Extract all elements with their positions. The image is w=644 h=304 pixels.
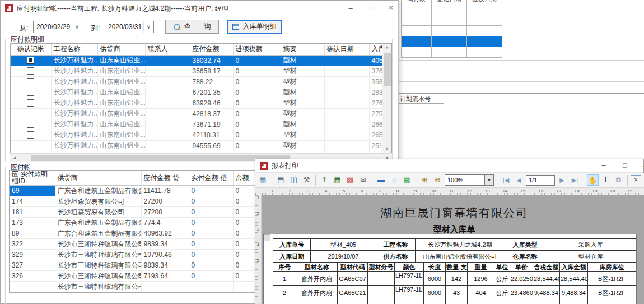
inbound-cell[interactable]: 266 (369, 119, 383, 130)
confirm-checkbox[interactable] (27, 142, 34, 149)
balance-cell[interactable]: 0 (233, 260, 256, 271)
project-cell[interactable]: 长沙万科魅力... (51, 55, 97, 66)
inbound-cell[interactable]: 283 (369, 87, 383, 98)
detail-id-cell[interactable]: 89 (10, 228, 55, 239)
from-date-combobox[interactable]: 2020/02/29 ∨ (33, 21, 82, 33)
inbound-cell[interactable]: 376 (369, 66, 383, 76)
credit-cell[interactable]: 27200 (141, 196, 189, 207)
supplier-cell[interactable]: 山东南山铝业... (97, 130, 145, 140)
column-header[interactable]: 摘要 (281, 44, 324, 55)
text-select-icon[interactable]: I (600, 174, 612, 186)
table-row[interactable]: 322 长沙市三湘特种玻璃有限公司 9839.34 0 0 (10, 239, 256, 250)
summary-cell[interactable]: 型材 (281, 108, 324, 119)
tax-cell[interactable]: 0 (233, 55, 281, 66)
supplier-cell[interactable]: 山东南山铝业... (97, 140, 145, 151)
to-date-combobox[interactable]: 2020/03/31 ∨ (105, 21, 154, 33)
summary-cell[interactable]: 型材 (281, 87, 324, 98)
supplier-cell[interactable]: 长沙市三湘特种玻璃有限公司 (55, 282, 141, 292)
column-header[interactable]: 确认日期 (324, 44, 369, 55)
next-page-icon[interactable]: ▶ (556, 174, 568, 186)
supplier-cell[interactable]: 长沙坦森贸易有限公司 (55, 207, 141, 218)
summary-cell[interactable]: 型材 (281, 55, 324, 66)
supplier-cell[interactable]: 山东南山铝业... (97, 98, 145, 108)
confirm-date-cell[interactable] (324, 66, 369, 76)
debit-cell[interactable] (189, 282, 233, 292)
table-row[interactable] (402, 4, 502, 15)
tools-icon[interactable]: ⚒ (301, 174, 312, 186)
supplier-cell[interactable]: 长沙市三湘特种玻璃有限公司 (55, 271, 141, 282)
table-row[interactable]: 长沙万科魅力... 山东南山铝业... 42818.37 0 型材 275 (11, 108, 383, 119)
table-row[interactable]: 长沙万科魅力... 山东南山铝业... 73671.19 0 型材 266 (11, 119, 383, 130)
table-row[interactable]: 173 广东合和建筑五金制品有限公司 774.4 0 0 (10, 218, 256, 228)
inbound-cell[interactable]: 276 (369, 98, 383, 108)
amount-cell[interactable]: 63929.46 (190, 98, 233, 108)
supplier-cell[interactable]: 山东南山铝业... (97, 55, 145, 66)
debit-cell[interactable]: 0 (189, 218, 233, 228)
page-setup-icon[interactable]: ◫ (288, 174, 300, 186)
table-row[interactable]: 长沙万科魅力... 山东南山铝业... 38032.74 0 型材 405 (11, 55, 383, 66)
debit-cell[interactable]: 0 (189, 239, 233, 250)
scroll-down-icon[interactable]: ∨ (382, 144, 391, 153)
project-cell[interactable]: 长沙万科魅力... (51, 76, 97, 87)
credit-cell[interactable]: 9839.34 (141, 260, 189, 271)
table-row-selected[interactable] (402, 36, 502, 47)
debit-cell[interactable]: 0 (189, 186, 233, 196)
debit-cell[interactable]: 0 (189, 196, 233, 207)
debit-cell[interactable]: 0 (189, 228, 233, 239)
tax-cell[interactable]: 0 (233, 140, 281, 151)
maximize-button[interactable]: □ (362, 1, 381, 16)
window1-titlebar[interactable]: 应付明细记帐------当前工程: 长沙万科魅力之城4.2期------当前用户… (1, 1, 398, 16)
summary-cell[interactable]: 型材 (281, 98, 324, 108)
confirm-date-cell[interactable] (324, 76, 369, 87)
supplier-cell[interactable]: 广东合和建筑五金制品有限公司 (55, 186, 141, 196)
table-row[interactable]: 326 长沙市三湘特种玻璃有限公司 7193.64 0 0 (10, 271, 256, 282)
credit-cell[interactable]: 40963.92 (141, 228, 189, 239)
scroll-up-icon[interactable]: ∧ (382, 44, 391, 52)
scrollbar-thumb[interactable] (384, 53, 391, 86)
window2-titlebar[interactable]: 报表打印 – □ × (255, 159, 643, 173)
table-row[interactable]: 89 广东合和建筑五金制品有限公司 40963.92 0 0 (10, 228, 256, 239)
amount-cell[interactable]: 788.22 (190, 76, 233, 87)
column-header[interactable]: 联系人 (145, 44, 190, 55)
column-header[interactable]: 入库 (369, 44, 383, 55)
close-preview-icon[interactable]: × (631, 175, 641, 185)
table-row[interactable]: 174 长沙坦森贸易有限公司 27200 0 0 (10, 196, 256, 207)
amount-cell[interactable]: 94555.69 (190, 140, 233, 151)
confirm-date-cell[interactable] (324, 130, 369, 140)
project-cell[interactable]: 长沙万科魅力... (51, 140, 97, 151)
contact-cell[interactable] (145, 140, 190, 151)
supplier-cell[interactable]: 广东合和建筑五金制品有限公司 (55, 218, 141, 228)
vertical-scrollbar[interactable]: ∧ ∨ (382, 44, 391, 153)
zoom-in-icon[interactable]: ⊕ (419, 174, 431, 186)
column-header[interactable]: 供货商 (55, 171, 141, 186)
supplier-cell[interactable]: 长沙坦森贸易有限公司 (55, 196, 141, 207)
confirm-checkbox[interactable] (27, 67, 34, 75)
project-cell[interactable]: 长沙万科魅力... (51, 98, 97, 108)
chevron-down-icon[interactable]: ∨ (143, 21, 153, 33)
contact-cell[interactable] (145, 87, 190, 98)
project-cell[interactable]: 长沙万科魅力... (51, 119, 97, 130)
table-row[interactable]: 长沙万科魅力... 山东南山铝业... 42118.31 0 型材 265 (11, 130, 383, 140)
detail-id-cell[interactable]: 329 (10, 250, 55, 260)
zoom-level-combobox[interactable]: 100% ▾ (445, 174, 494, 186)
first-page-icon[interactable]: |◀ (500, 174, 512, 186)
tax-cell[interactable]: 0 (233, 87, 281, 98)
credit-cell[interactable]: 27200 (141, 207, 189, 218)
confirm-checkbox[interactable] (27, 57, 34, 64)
page-number-input[interactable]: 1/1 (526, 175, 555, 186)
summary-cell[interactable]: 型材 (281, 66, 324, 76)
detail-id-cell[interactable]: 69 (10, 186, 55, 196)
amount-cell[interactable]: 38032.74 (190, 55, 233, 66)
contact-cell[interactable] (145, 66, 190, 76)
inbound-cell[interactable]: 275 (369, 108, 383, 119)
confirm-date-cell[interactable] (324, 98, 369, 108)
scroll-left-icon[interactable]: ◂ (10, 154, 18, 162)
project-cell[interactable]: 长沙万科魅力... (51, 108, 97, 119)
minimize-button[interactable]: – (341, 1, 360, 16)
confirm-date-cell[interactable] (324, 55, 369, 66)
credit-cell[interactable]: 774.4 (141, 218, 189, 228)
balance-cell[interactable]: 0 (233, 186, 256, 196)
column-header[interactable]: 确认记帐 (11, 44, 51, 55)
column-header[interactable]: 实付金额-借 (189, 171, 233, 186)
tax-cell[interactable]: 0 (233, 76, 281, 87)
